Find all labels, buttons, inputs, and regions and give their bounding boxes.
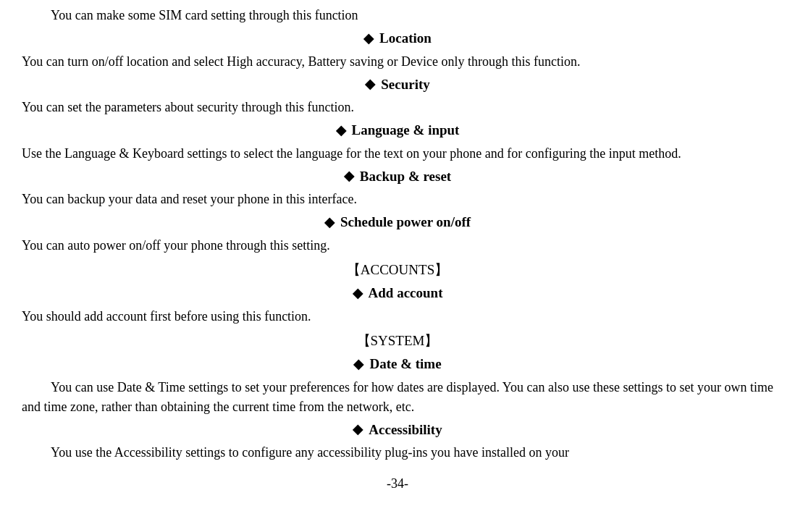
accessibility-heading-text: Accessibility: [369, 420, 442, 441]
diamond-icon-schedule: ◆: [324, 213, 335, 232]
diamond-icon-date-time: ◆: [353, 355, 363, 374]
backup-heading: ◆ Backup & reset: [22, 166, 773, 187]
diamond-icon-location: ◆: [363, 29, 374, 48]
language-heading-text: Language & input: [352, 120, 460, 141]
schedule-body: You can auto power on/off your phone thr…: [22, 236, 773, 256]
page-number: -34-: [22, 474, 773, 494]
intro-text: You can make some SIM card setting throu…: [22, 6, 773, 25]
schedule-heading: ◆ Schedule power on/off: [22, 212, 773, 233]
accessibility-body: You use the Accessibility settings to co…: [22, 443, 773, 463]
accessibility-heading: ◆ Accessibility: [22, 420, 773, 441]
diamond-icon-add-account: ◆: [353, 284, 363, 303]
date-time-heading: ◆ Date & time: [22, 354, 773, 375]
security-heading-text: Security: [381, 75, 430, 96]
diamond-icon-security: ◆: [365, 75, 375, 94]
accounts-heading: 【ACCOUNTS】: [22, 260, 773, 281]
language-heading: ◆ Language & input: [22, 120, 773, 141]
date-time-heading-text: Date & time: [369, 354, 441, 375]
location-heading-text: Location: [379, 28, 432, 49]
date-time-body: You can use Date & Time settings to set …: [22, 378, 773, 417]
security-heading: ◆ Security: [22, 75, 773, 96]
security-body: You can set the parameters about securit…: [22, 98, 773, 117]
add-account-body: You should add account first before usin…: [22, 307, 773, 326]
add-account-heading-text: Add account: [369, 283, 443, 304]
add-account-heading: ◆ Add account: [22, 283, 773, 304]
diamond-icon-language: ◆: [336, 121, 346, 140]
location-heading: ◆ Location: [22, 28, 773, 49]
diamond-icon-accessibility: ◆: [353, 420, 363, 439]
diamond-icon-backup: ◆: [344, 166, 354, 186]
language-body: Use the Language & Keyboard settings to …: [22, 144, 773, 164]
backup-heading-text: Backup & reset: [360, 166, 451, 187]
schedule-heading-text: Schedule power on/off: [340, 212, 471, 233]
system-heading: 【SYSTEM】: [22, 331, 773, 352]
backup-body: You can backup your data and reset your …: [22, 190, 773, 209]
location-body: You can turn on/off location and select …: [22, 52, 773, 72]
